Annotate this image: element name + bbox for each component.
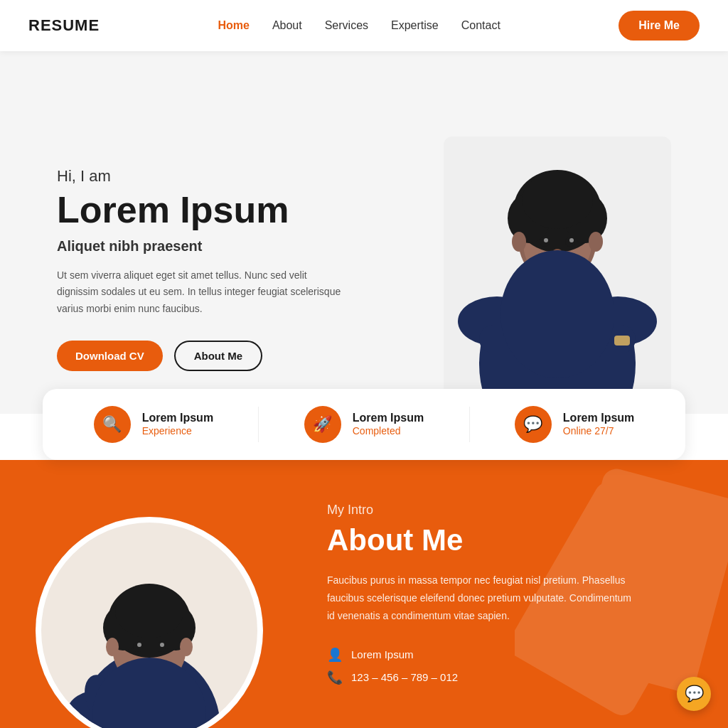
- stat-title-1: Lorem Ipsum: [142, 412, 213, 424]
- nav-link-expertise[interactable]: Expertise: [391, 19, 439, 31]
- nav-link-home[interactable]: Home: [218, 19, 249, 31]
- contact-name: Lorem Ipsum: [351, 648, 414, 660]
- svg-point-15: [589, 232, 603, 252]
- brand-logo: RESUME: [28, 16, 100, 35]
- phone-icon: 📞: [327, 670, 343, 685]
- stat-item-1: 🔍 Lorem Ipsum Experience: [94, 406, 213, 443]
- about-intro-label: My Intro: [327, 503, 685, 518]
- about-image-column: [0, 460, 299, 728]
- hero-image: [429, 94, 685, 414]
- stat-icon-3: 💬: [515, 406, 552, 443]
- nav-item-services[interactable]: Services: [325, 19, 368, 32]
- hero-person-illustration: [444, 101, 671, 414]
- hero-section: Hi, I am Lorem Ipsum Aliquet nibh praese…: [0, 51, 728, 414]
- svg-point-37: [180, 638, 193, 656]
- stat-icon-1: 🔍: [94, 406, 131, 443]
- person-icon: 👤: [327, 647, 343, 663]
- contact-row-name: 👤 Lorem Ipsum: [327, 647, 685, 663]
- svg-point-11: [544, 238, 548, 242]
- svg-point-34: [160, 643, 164, 647]
- stat-divider-1: [258, 407, 259, 442]
- nav-link-contact[interactable]: Contact: [461, 19, 500, 31]
- hero-name: Lorem Ipsum: [57, 190, 341, 230]
- hero-greeting: Hi, I am: [57, 167, 341, 186]
- hero-subtitle: Aliquet nibh praesent: [57, 238, 341, 255]
- stats-bar: 🔍 Lorem Ipsum Experience 🚀 Lorem Ipsum C…: [43, 389, 685, 460]
- svg-rect-19: [614, 336, 630, 346]
- stat-text-1: Lorem Ipsum Experience: [142, 412, 213, 437]
- contact-phone: 123 – 456 – 789 – 012: [351, 671, 458, 683]
- nav-item-home[interactable]: Home: [218, 19, 249, 32]
- chat-bubble-button[interactable]: 💬: [677, 677, 711, 711]
- nav-item-contact[interactable]: Contact: [461, 19, 500, 32]
- contact-row-phone: 📞 123 – 456 – 789 – 012: [327, 670, 685, 685]
- svg-point-30: [115, 584, 183, 638]
- navbar: RESUME Home About Services Expertise Con…: [0, 0, 728, 51]
- stat-subtitle-1: Experience: [142, 425, 192, 437]
- about-description: Faucibus purus in massa tempor nec feugi…: [327, 572, 640, 626]
- nav-item-expertise[interactable]: Expertise: [391, 19, 439, 32]
- about-person-illustration: [41, 523, 257, 728]
- stat-divider-2: [469, 407, 470, 442]
- hero-buttons: Download CV About Me: [57, 341, 341, 371]
- nav-links: Home About Services Expertise Contact: [218, 19, 500, 32]
- svg-point-20: [500, 250, 614, 378]
- hire-me-button[interactable]: Hire Me: [619, 11, 700, 41]
- hero-description: Ut sem viverra aliquet eget sit amet tel…: [57, 267, 341, 318]
- svg-point-8: [522, 172, 593, 229]
- about-circle-frame: [36, 517, 263, 728]
- stat-subtitle-2: Completed: [353, 425, 401, 437]
- chat-icon: 💬: [685, 685, 704, 703]
- nav-link-about[interactable]: About: [272, 19, 302, 31]
- stat-item-2: 🚀 Lorem Ipsum Completed: [304, 406, 424, 443]
- nav-item-about[interactable]: About: [272, 19, 302, 32]
- stat-text-2: Lorem Ipsum Completed: [353, 412, 424, 437]
- about-title: About Me: [327, 523, 685, 557]
- about-me-button[interactable]: About Me: [174, 341, 262, 371]
- stat-icon-2: 🚀: [304, 406, 341, 443]
- nav-link-services[interactable]: Services: [325, 19, 368, 31]
- about-content: My Intro About Me Faucibus purus in mass…: [299, 460, 728, 728]
- svg-point-12: [569, 238, 574, 242]
- about-section: My Intro About Me Faucibus purus in mass…: [0, 460, 728, 728]
- stat-subtitle-3: Online 27/7: [563, 425, 614, 437]
- stat-item-3: 💬 Lorem Ipsum Online 27/7: [515, 406, 634, 443]
- hero-text-block: Hi, I am Lorem Ipsum Aliquet nibh praese…: [57, 167, 341, 414]
- download-cv-button[interactable]: Download CV: [57, 341, 163, 371]
- about-contact: 👤 Lorem Ipsum 📞 123 – 456 – 789 – 012: [327, 647, 685, 685]
- svg-point-14: [512, 232, 526, 252]
- stat-title-3: Lorem Ipsum: [563, 412, 634, 424]
- svg-point-36: [106, 638, 119, 656]
- svg-point-33: [137, 643, 141, 647]
- stat-title-2: Lorem Ipsum: [353, 412, 424, 424]
- stat-text-3: Lorem Ipsum Online 27/7: [563, 412, 634, 437]
